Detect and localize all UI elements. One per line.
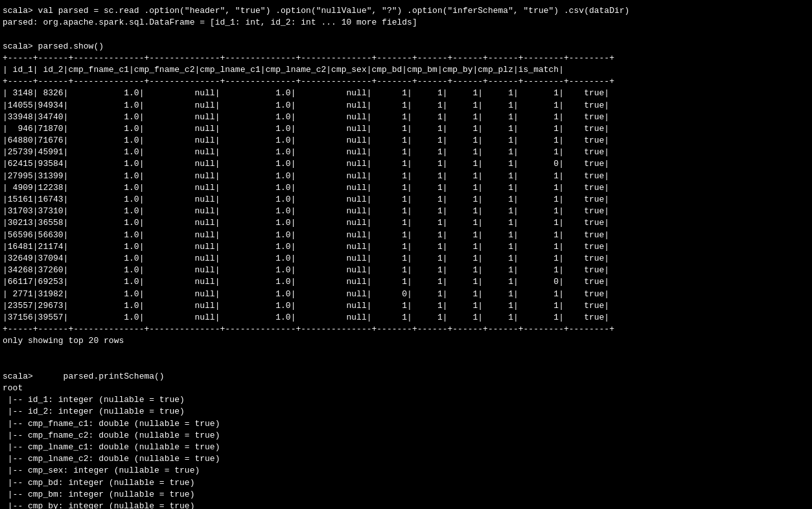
terminal-content: scala> val parsed = sc.read .option("hea…	[3, 5, 809, 509]
terminal-window: scala> val parsed = sc.read .option("hea…	[0, 0, 812, 509]
